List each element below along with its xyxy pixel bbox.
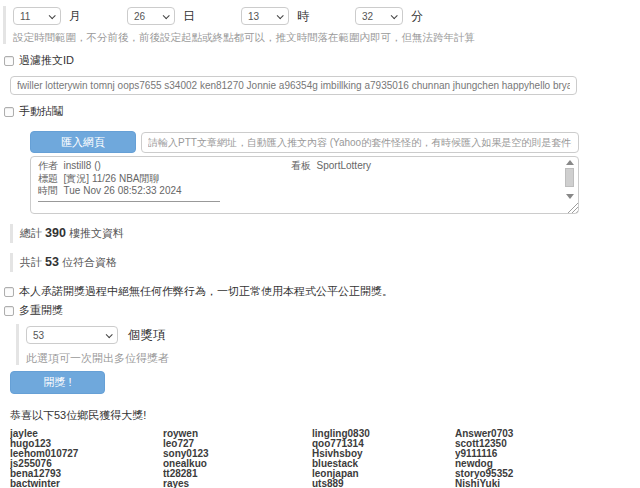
winner-name: uts889 (312, 479, 455, 488)
winner-name: bena12793 (10, 469, 163, 479)
day-select-value: 26 (134, 11, 145, 22)
multi-draw-label: 多重開獎 (19, 303, 63, 318)
time-filter-note: 設定時間範圍，不分前後，前後設定起點或終點都可以，推文時間落在範圍內即可，但無法… (13, 31, 632, 44)
qualified-count: 53 (45, 255, 59, 269)
winner-name: rayes (163, 479, 312, 488)
winner-name: js255076 (10, 459, 163, 469)
total-pushes-stat: 總計 390 樓推文資料 (10, 224, 632, 243)
article-title: 標題 [實況] 11/26 NBA閒聊 (38, 173, 560, 186)
winner-name: leo727 (163, 439, 312, 449)
article-separator-line (38, 201, 220, 202)
winner-name: y9111116 (455, 449, 632, 459)
winner-name: NishiYuki (455, 479, 632, 488)
multi-draw-row: 多重開獎 (4, 303, 632, 318)
result-headline: 恭喜以下53位鄉民獲得大獎! (10, 408, 632, 423)
winner-name: hugo123 (10, 439, 163, 449)
scroll-up-icon[interactable] (566, 160, 574, 165)
winner-name: Hsivhsboy (312, 449, 455, 459)
multi-draw-options: 53 個獎項 此選項可一次開出多位得獎者 (16, 324, 632, 365)
scrollbar-thumb[interactable] (565, 168, 574, 187)
hour-select-value: 13 (248, 11, 259, 22)
scroll-down-icon[interactable] (566, 194, 574, 199)
prize-unit-label: 個獎項 (128, 327, 166, 344)
article-header-line: 作者 instill8 () 看板 SportLottery (38, 160, 560, 173)
multi-draw-note: 此選項可一次開出多位得獎者 (26, 352, 632, 365)
article-author: 作者 instill8 () (38, 160, 291, 173)
winner-name: qoo771314 (312, 439, 455, 449)
filter-id-input[interactable] (10, 76, 577, 95)
article-url-input[interactable] (141, 132, 579, 153)
import-row: 匯入網頁 (30, 131, 579, 153)
minute-select[interactable]: 32 (355, 7, 403, 25)
month-select-value: 11 (20, 11, 30, 22)
import-webpage-button[interactable]: 匯入網頁 (30, 131, 136, 153)
winner-name: Answer0703 (455, 429, 632, 439)
minute-select-value: 32 (362, 11, 373, 22)
prize-count-select[interactable]: 53 (26, 326, 118, 344)
pledge-label: 本人承諾開獎過程中絕無任何作弊行為，一切正常使用本程式公平公正開獎。 (19, 284, 393, 299)
manual-draw-label: 手動拈鬮 (19, 104, 63, 119)
qualified-stat: 共計 53 位符合資格 (10, 253, 632, 272)
winner-name: onealkuo (163, 459, 312, 469)
chevron-down-icon (391, 12, 398, 19)
filter-id-row: 過濾推文ID (4, 53, 632, 68)
day-select[interactable]: 26 (127, 7, 175, 25)
winner-name: roywen (163, 429, 312, 439)
textarea-scrollbar[interactable] (565, 159, 576, 211)
minute-label: 分 (411, 8, 423, 25)
article-content-textarea[interactable]: 作者 instill8 () 看板 SportLottery 標題 [實況] 1… (30, 156, 579, 214)
prize-count-value: 53 (33, 330, 44, 341)
winner-name: leehom010727 (10, 449, 163, 459)
day-label: 日 (183, 8, 195, 25)
filter-id-label: 過濾推文ID (19, 53, 74, 68)
pledge-checkbox[interactable] (4, 287, 14, 297)
manual-draw-checkbox[interactable] (4, 107, 14, 117)
chevron-down-icon (106, 331, 113, 338)
time-selects-row: 11 月 26 日 13 時 32 分 (13, 6, 632, 26)
article-board: 看板 SportLottery (291, 160, 371, 173)
chevron-down-icon (163, 12, 170, 19)
winner-name: tt28281 (163, 469, 312, 479)
time-filter-section: 11 月 26 日 13 時 32 分 設定時間範圍，不分前後，前後設定起點或終… (3, 6, 632, 44)
ptt-lottery-tool-page: 11 月 26 日 13 時 32 分 設定時間範圍，不分前後，前後設定起點或終… (0, 0, 640, 488)
month-label: 月 (69, 8, 81, 25)
draw-button[interactable]: 開獎 ! (10, 371, 105, 394)
month-select[interactable]: 11 (13, 7, 61, 25)
chevron-down-icon (49, 12, 56, 19)
winners-grid: jayleeroywenlingling0830Answer0703hugo12… (10, 429, 632, 488)
winner-name: newdog (455, 459, 632, 469)
hour-label: 時 (297, 8, 309, 25)
winner-name: storyo95352 (455, 469, 632, 479)
hour-select[interactable]: 13 (241, 7, 289, 25)
pledge-row: 本人承諾開獎過程中絕無任何作弊行為，一切正常使用本程式公平公正開獎。 (4, 284, 632, 299)
winner-name: leonjapan (312, 469, 455, 479)
multi-draw-checkbox[interactable] (4, 306, 14, 316)
filter-id-checkbox[interactable] (4, 56, 14, 66)
winner-name: bluestack (312, 459, 455, 469)
winner-name: scott12350 (455, 439, 632, 449)
winner-name: sony0123 (163, 449, 312, 459)
total-pushes-count: 390 (45, 226, 66, 240)
winner-name: jaylee (10, 429, 163, 439)
chevron-down-icon (277, 12, 284, 19)
article-time: 時間 Tue Nov 26 08:52:33 2024 (38, 185, 560, 198)
manual-draw-row: 手動拈鬮 (4, 104, 632, 119)
winner-name: bactwinter (10, 479, 163, 488)
winner-name: lingling0830 (312, 429, 455, 439)
